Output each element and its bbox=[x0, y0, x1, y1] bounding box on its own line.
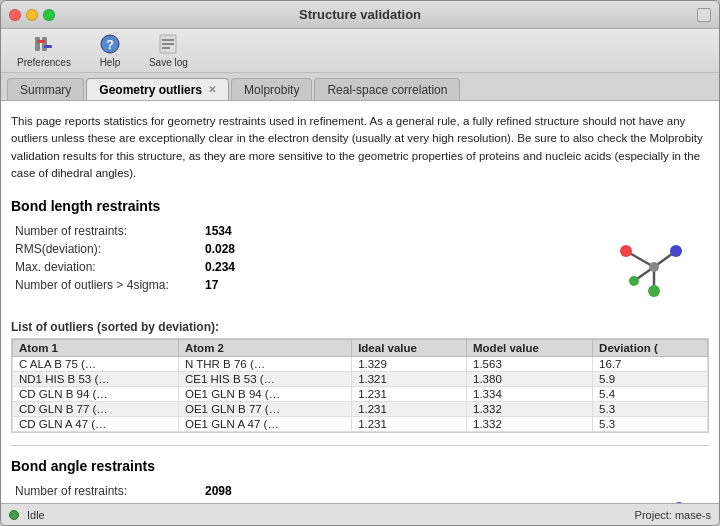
tab-realspace[interactable]: Real-space correlation bbox=[314, 78, 460, 100]
col-atom1: Atom 1 bbox=[13, 340, 179, 357]
cell-atom2: OE1 GLN B 94 (… bbox=[178, 387, 351, 402]
table-row: CD GLN B 94 (… OE1 GLN B 94 (… 1.231 1.3… bbox=[13, 387, 708, 402]
cell-ideal: 1.231 bbox=[352, 402, 467, 417]
status-text: Idle bbox=[27, 509, 45, 521]
svg-rect-0 bbox=[35, 37, 40, 51]
main-content: This page reports statistics for geometr… bbox=[1, 101, 719, 503]
save-log-icon bbox=[157, 33, 179, 55]
stat-row: RMS(deviation): 4.517 bbox=[11, 500, 589, 503]
svg-rect-2 bbox=[37, 40, 45, 43]
svg-point-15 bbox=[670, 245, 682, 257]
bond-length-section: Bond length restraints Number of restrai… bbox=[11, 198, 709, 433]
cell-model: 1.332 bbox=[467, 402, 593, 417]
cell-model: 1.380 bbox=[467, 372, 593, 387]
cell-atom2: OE1 GLN A 47 (… bbox=[178, 417, 351, 432]
help-label: Help bbox=[100, 57, 121, 68]
table-row: C ALA B 75 (… N THR B 76 (… 1.329 1.563 … bbox=[13, 357, 708, 372]
minimize-button[interactable] bbox=[26, 9, 38, 21]
bond-length-table-scroll[interactable]: Atom 1 Atom 2 Ideal value Model value De… bbox=[11, 338, 709, 433]
close-button[interactable] bbox=[9, 9, 21, 21]
statusbar: Idle Project: mase-s bbox=[1, 503, 719, 525]
traffic-lights bbox=[9, 9, 55, 21]
bond-length-table: Atom 1 Atom 2 Ideal value Model value De… bbox=[12, 339, 708, 432]
titlebar: Structure validation bbox=[1, 1, 719, 29]
preferences-icon bbox=[33, 33, 55, 55]
bond-angle-title: Bond angle restraints bbox=[11, 458, 709, 474]
svg-rect-8 bbox=[162, 43, 174, 45]
stat-row: Number of outliers > 4sigma: 17 bbox=[11, 276, 589, 294]
bond-length-stats-viz: Number of restraints: 1534 RMS(deviation… bbox=[11, 222, 709, 312]
stat-row: RMS(deviation): 0.028 bbox=[11, 240, 589, 258]
cell-model: 1.563 bbox=[467, 357, 593, 372]
cell-atom2: N THR B 76 (… bbox=[178, 357, 351, 372]
svg-point-17 bbox=[629, 276, 639, 286]
svg-rect-1 bbox=[42, 37, 47, 51]
col-dev: Deviation ( bbox=[593, 340, 708, 357]
cell-ideal: 1.329 bbox=[352, 357, 467, 372]
status-indicator bbox=[9, 510, 19, 520]
cell-ideal: 1.231 bbox=[352, 417, 467, 432]
bond-length-title: Bond length restraints bbox=[11, 198, 709, 214]
cell-atom2: CE1 HIS B 53 (… bbox=[178, 372, 351, 387]
svg-rect-7 bbox=[162, 39, 174, 41]
cell-model: 1.334 bbox=[467, 387, 593, 402]
preferences-label: Preferences bbox=[17, 57, 71, 68]
col-atom2: Atom 2 bbox=[178, 340, 351, 357]
maximize-button[interactable] bbox=[43, 9, 55, 21]
preferences-button[interactable]: Preferences bbox=[11, 30, 77, 71]
intro-text: This page reports statistics for geometr… bbox=[11, 109, 709, 186]
cell-atom1: CD GLN A 47 (… bbox=[13, 417, 179, 432]
bond-angle-section: Bond angle restraints Number of restrain… bbox=[11, 458, 709, 503]
tabs-bar: Summary Geometry outliers ✕ Molprobity R… bbox=[1, 73, 719, 101]
svg-rect-9 bbox=[162, 47, 170, 49]
bond-angle-stats-viz: Number of restraints: 2098 RMS(deviation… bbox=[11, 482, 709, 503]
table-row: CD GLN A 47 (… OE1 GLN A 47 (… 1.231 1.3… bbox=[13, 417, 708, 432]
bond-length-molecule-viz bbox=[599, 222, 709, 312]
toolbar: Preferences ? Help Save log bbox=[1, 29, 719, 73]
tab-close-icon[interactable]: ✕ bbox=[208, 84, 216, 95]
cell-ideal: 1.321 bbox=[352, 372, 467, 387]
section-divider bbox=[11, 445, 709, 446]
svg-point-16 bbox=[648, 285, 660, 297]
stat-row: Max. deviation: 0.234 bbox=[11, 258, 589, 276]
stat-row: Number of restraints: 2098 bbox=[11, 482, 589, 500]
bond-angle-stats: Number of restraints: 2098 RMS(deviation… bbox=[11, 482, 589, 503]
cell-atom1: ND1 HIS B 53 (… bbox=[13, 372, 179, 387]
svg-point-24 bbox=[673, 502, 685, 503]
resize-icon[interactable] bbox=[697, 8, 711, 22]
bond-length-outliers-label: List of outliers (sorted by deviation): bbox=[11, 320, 709, 334]
window-title: Structure validation bbox=[299, 7, 421, 22]
cell-dev: 5.9 bbox=[593, 372, 708, 387]
tab-molprobity[interactable]: Molprobity bbox=[231, 78, 312, 100]
cell-model: 1.332 bbox=[467, 417, 593, 432]
table-row: ND1 HIS B 53 (… CE1 HIS B 53 (… 1.321 1.… bbox=[13, 372, 708, 387]
col-ideal: Ideal value bbox=[352, 340, 467, 357]
svg-rect-3 bbox=[44, 45, 52, 48]
tab-geometry[interactable]: Geometry outliers ✕ bbox=[86, 78, 229, 100]
help-button[interactable]: ? Help bbox=[93, 30, 127, 71]
bond-length-stats: Number of restraints: 1534 RMS(deviation… bbox=[11, 222, 589, 294]
bond-angle-molecule-viz bbox=[599, 482, 709, 503]
svg-point-18 bbox=[649, 262, 659, 272]
content-scrollable[interactable]: This page reports statistics for geometr… bbox=[1, 101, 719, 503]
help-icon: ? bbox=[99, 33, 121, 55]
cell-dev: 5.3 bbox=[593, 402, 708, 417]
save-log-button[interactable]: Save log bbox=[143, 30, 194, 71]
cell-ideal: 1.231 bbox=[352, 387, 467, 402]
project-text: Project: mase-s bbox=[635, 509, 711, 521]
svg-point-14 bbox=[620, 245, 632, 257]
cell-atom2: OE1 GLN B 77 (… bbox=[178, 402, 351, 417]
cell-dev: 16.7 bbox=[593, 357, 708, 372]
col-model: Model value bbox=[467, 340, 593, 357]
cell-atom1: C ALA B 75 (… bbox=[13, 357, 179, 372]
svg-text:?: ? bbox=[106, 37, 114, 52]
cell-atom1: CD GLN B 94 (… bbox=[13, 387, 179, 402]
cell-dev: 5.3 bbox=[593, 417, 708, 432]
save-log-label: Save log bbox=[149, 57, 188, 68]
stat-row: Number of restraints: 1534 bbox=[11, 222, 589, 240]
table-header-row: Atom 1 Atom 2 Ideal value Model value De… bbox=[13, 340, 708, 357]
main-window: Structure validation Preferences ? bbox=[0, 0, 720, 526]
tab-summary[interactable]: Summary bbox=[7, 78, 84, 100]
cell-dev: 5.4 bbox=[593, 387, 708, 402]
table-row: CD GLN B 77 (… OE1 GLN B 77 (… 1.231 1.3… bbox=[13, 402, 708, 417]
